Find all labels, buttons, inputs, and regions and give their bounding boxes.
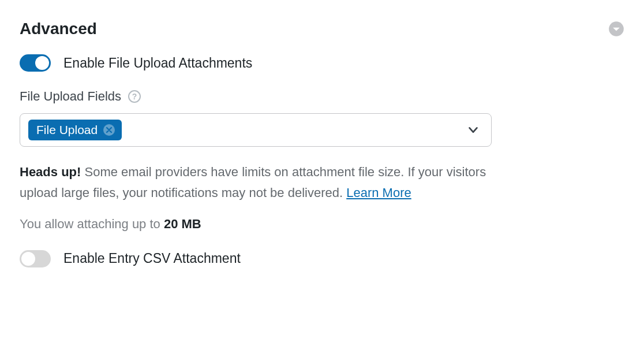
chip-label: File Upload xyxy=(36,123,98,137)
enable-entry-csv-attachment-label: Enable Entry CSV Attachment xyxy=(63,251,241,266)
enable-entry-csv-attachment-toggle[interactable] xyxy=(20,250,51,267)
limit-prefix: You allow attaching up to xyxy=(20,217,164,231)
attachment-limit-text: You allow attaching up to 20 MB xyxy=(20,217,624,232)
collapse-icon[interactable] xyxy=(608,21,624,37)
limit-size: 20 MB xyxy=(164,217,201,231)
notice-text: Heads up! Some email providers have limi… xyxy=(20,162,499,204)
notice-body: Some email providers have limits on atta… xyxy=(20,165,486,200)
select-chip: File Upload xyxy=(28,120,122,140)
toggle-knob xyxy=(21,252,35,266)
chip-remove-icon[interactable] xyxy=(103,124,115,136)
enable-file-upload-attachments-toggle[interactable] xyxy=(20,54,51,72)
toggle-knob xyxy=(35,56,49,70)
enable-file-upload-attachments-label: Enable File Upload Attachments xyxy=(63,55,252,71)
section-title: Advanced xyxy=(20,20,97,38)
file-upload-fields-label: File Upload Fields xyxy=(20,89,121,104)
learn-more-link[interactable]: Learn More xyxy=(346,185,411,200)
chevron-down-icon xyxy=(467,124,480,136)
notice-bold: Heads up! xyxy=(20,165,81,179)
help-icon[interactable]: ? xyxy=(128,90,141,103)
file-upload-fields-select[interactable]: File Upload xyxy=(20,113,492,147)
